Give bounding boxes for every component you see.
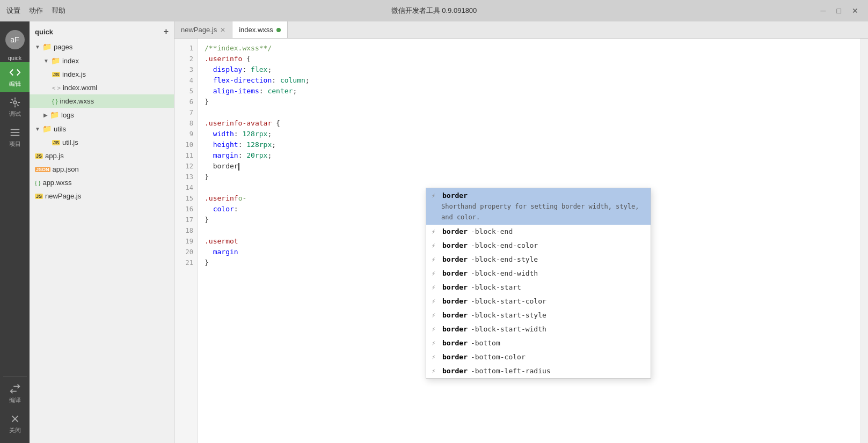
autocomplete-icon: ⚡ [432, 190, 439, 201]
folder-icon: 📁 [51, 56, 60, 65]
sidebar-item-compile[interactable]: 编译 [0, 379, 30, 409]
menu-settings[interactable]: 设置 [6, 6, 20, 16]
tree-label-index: index [62, 57, 79, 65]
sidebar-item-close[interactable]: 关闭 [0, 409, 30, 439]
item-icon: ⚡ [432, 282, 439, 293]
scrollbar[interactable] [860, 39, 868, 443]
tree-node-app-wxss[interactable]: { } app.wxss [30, 176, 174, 189]
compile-label: 编译 [9, 396, 21, 404]
close-icon [9, 413, 21, 425]
file-tree-title: quick [35, 28, 53, 36]
tree-label-index-js: index.js [62, 70, 86, 78]
menu-actions[interactable]: 动作 [29, 6, 43, 16]
title-bar: 设置 动作 帮助 微信开发者工具 0.9.091800 ─ □ ✕ [0, 0, 868, 21]
tree-label-index-wxss: index.wxss [60, 97, 94, 105]
autocomplete-item[interactable]: ⚡border-block-end-style [426, 253, 651, 267]
autocomplete-item[interactable]: ⚡border-bottom-left-radius [426, 364, 651, 378]
autocomplete-item[interactable]: ⚡border-block-start [426, 280, 651, 294]
tree-node-app-json[interactable]: JSON app.json [30, 163, 174, 176]
tree-label-newpage-js: newPage.js [45, 192, 81, 200]
sidebar-item-editor[interactable]: 编辑 [0, 62, 30, 92]
line-numbers: 123456789101112131415161718192021 [174, 39, 198, 443]
editor-area: newPage.js ✕ index.wxss 1234567891011121… [174, 21, 868, 443]
chevron-right-icon: ▶ [43, 112, 48, 118]
tree-label-index-wxml: index.wxml [63, 84, 97, 92]
autocomplete-item[interactable]: ⚡border-block-end-width [426, 267, 651, 280]
tree-node-newpage-js[interactable]: JS newPage.js [30, 189, 174, 203]
modified-indicator [276, 28, 281, 32]
app-title: 微信开发者工具 0.9.091800 [391, 6, 477, 16]
autocomplete-item[interactable]: ⚡border-block-start-color [426, 294, 651, 308]
close-button[interactable]: ✕ [849, 5, 862, 16]
autocomplete-dropdown[interactable]: ⚡ border Shorthand property for setting … [426, 188, 651, 379]
chevron-down-icon: ▼ [43, 58, 49, 64]
sidebar-divider [3, 376, 27, 376]
compile-icon [9, 383, 21, 395]
autocomplete-selected-name: border [442, 190, 468, 201]
file-tree-header: quick + [30, 24, 174, 40]
item-icon: ⚡ [432, 226, 439, 237]
debug-icon [9, 97, 21, 108]
tree-label-utils: utils [54, 125, 66, 133]
js-file-icon: JS [35, 194, 43, 199]
autocomplete-item[interactable]: ⚡border-block-end [426, 225, 651, 239]
close-label: 关闭 [9, 426, 21, 434]
item-icon: ⚡ [432, 240, 439, 251]
project-icon [9, 127, 21, 138]
wxss-file-icon: { } [52, 98, 57, 105]
avatar: aF [5, 30, 25, 49]
tab-bar: newPage.js ✕ index.wxss [174, 21, 868, 39]
chevron-down-icon: ▼ [35, 126, 40, 132]
autocomplete-item[interactable]: ⚡border-bottom-color [426, 350, 651, 364]
quick-label: quick [4, 54, 26, 62]
tree-node-index-folder[interactable]: ▼ 📁 index [30, 54, 174, 68]
file-tree-panel: quick + ▼ 📁 pages ▼ 📁 index JS index.js [30, 21, 174, 443]
maximize-button[interactable]: □ [834, 5, 844, 16]
autocomplete-item[interactable]: ⚡border-bottom [426, 336, 651, 350]
autocomplete-item[interactable]: ⚡border-block-end-color [426, 239, 651, 253]
tree-label-logs: logs [61, 111, 74, 119]
window-controls[interactable]: ─ □ ✕ [818, 5, 862, 16]
tree-node-app-js[interactable]: JS app.js [30, 149, 174, 163]
tab-label-wxss: index.wxss [239, 26, 273, 34]
folder-icon: 📁 [42, 42, 52, 51]
autocomplete-item[interactable]: ⚡border-block-start-width [426, 322, 651, 336]
wxss-file-icon: { } [35, 180, 40, 186]
tree-label-util-js: util.js [62, 138, 78, 146]
tree-node-pages[interactable]: ▼ 📁 pages [30, 40, 174, 54]
tree-node-index-wxml[interactable]: < > index.wxml [30, 81, 174, 94]
item-icon: ⚡ [432, 338, 439, 349]
tab-index-wxss[interactable]: index.wxss [232, 21, 288, 38]
js-file-icon: JS [35, 153, 43, 159]
item-icon: ⚡ [432, 324, 439, 335]
js-file-icon: JS [52, 140, 60, 145]
tree-node-util-js[interactable]: JS util.js [30, 136, 174, 149]
tree-node-logs[interactable]: ▶ 📁 logs [30, 108, 174, 122]
item-icon: ⚡ [432, 268, 439, 279]
tab-newpage-js[interactable]: newPage.js ✕ [174, 21, 232, 38]
menu-bar[interactable]: 设置 动作 帮助 [6, 6, 65, 16]
item-icon: ⚡ [432, 310, 439, 321]
autocomplete-list: ⚡border-block-end⚡border-block-end-color… [426, 225, 651, 378]
tree-node-index-js[interactable]: JS index.js [30, 68, 174, 81]
code-icon [9, 67, 21, 78]
user-avatar[interactable]: aF [0, 26, 30, 54]
tree-node-index-wxss[interactable]: { } index.wxss [30, 94, 174, 108]
sidebar: aF quick 编辑 调试 项目 [0, 21, 30, 443]
json-file-icon: JSON [35, 167, 50, 172]
autocomplete-item[interactable]: ⚡border-block-start-style [426, 308, 651, 322]
tab-close-button[interactable]: ✕ [220, 26, 225, 34]
add-file-button[interactable]: + [164, 27, 169, 36]
menu-help[interactable]: 帮助 [52, 6, 65, 16]
tree-label-app-wxss: app.wxss [42, 179, 71, 187]
tree-node-utils[interactable]: ▼ 📁 utils [30, 122, 174, 136]
tab-label-newpage: newPage.js [181, 26, 217, 34]
sidebar-item-debug[interactable]: 调试 [0, 92, 30, 122]
item-icon: ⚡ [432, 254, 439, 265]
sidebar-item-project[interactable]: 项目 [0, 122, 30, 152]
code-editor[interactable]: 123456789101112131415161718192021 /**ind… [174, 39, 868, 443]
autocomplete-selected-item[interactable]: ⚡ border Shorthand property for setting … [426, 188, 651, 225]
minimize-button[interactable]: ─ [818, 5, 829, 16]
wxml-file-icon: < > [52, 85, 61, 91]
tree-label-app-json: app.json [53, 165, 79, 173]
